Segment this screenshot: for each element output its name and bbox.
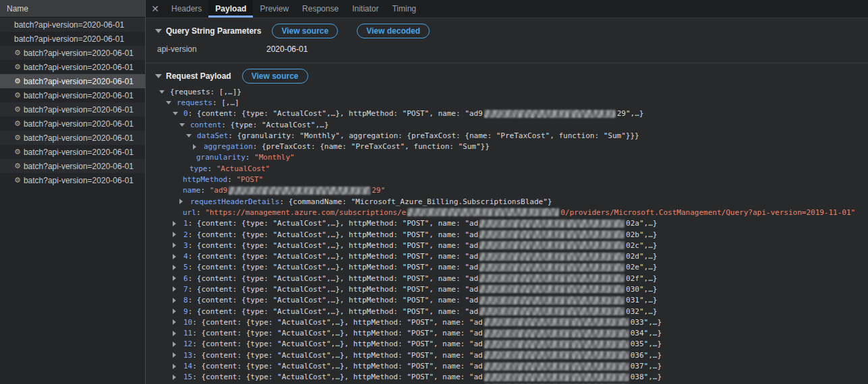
- request-list: batch?api-version=2020-06-01 batch?api-v…: [0, 18, 145, 384]
- collapse-triangle-icon[interactable]: [155, 74, 162, 78]
- json-tree-line[interactable]: 0: {content: {type: "ActualCost",…}, htt…: [173, 108, 868, 119]
- request-name-label: batch?api-version=2020-06-01: [24, 91, 134, 100]
- json-tree-line[interactable]: 3: {content: {type: "ActualCost",…}, htt…: [173, 240, 868, 251]
- network-request-row[interactable]: batch?api-version=2020-06-01: [0, 32, 145, 46]
- network-request-row[interactable]: ⚙ batch?api-version=2020-06-01: [0, 117, 145, 131]
- expand-triangle-icon[interactable]: [173, 319, 183, 325]
- network-request-row[interactable]: ⚙ batch?api-version=2020-06-01: [0, 173, 145, 187]
- view-source-button[interactable]: View source: [272, 24, 338, 38]
- request-name-label: batch?api-version=2020-06-01: [24, 119, 134, 129]
- json-preview-text: : {content: {type: "ActualCost",…}, http…: [192, 329, 482, 338]
- json-preview-text: : {content: {type: "ActualCost",…}, http…: [188, 307, 478, 316]
- json-tree-line[interactable]: content: {type: "ActualCost",…}: [179, 119, 868, 130]
- json-tree-line[interactable]: dataSet: {granularity: "Monthly", aggreg…: [186, 130, 868, 141]
- json-key: 3: [183, 241, 188, 250]
- network-request-row[interactable]: ⚙ batch?api-version=2020-06-01: [0, 102, 145, 117]
- network-request-row[interactable]: ⚙ batch?api-version=2020-06-01: [0, 60, 145, 74]
- json-tree-line[interactable]: 11: {content: {type: "ActualCost",…}, ht…: [173, 328, 868, 339]
- collapse-triangle-icon[interactable]: [155, 29, 162, 33]
- tab-payload[interactable]: Payload: [208, 0, 253, 18]
- tab-preview[interactable]: Preview: [253, 0, 295, 18]
- json-key: 8: [183, 296, 188, 305]
- json-preview-text: : {granularity: "Monthly", aggregation: …: [228, 131, 639, 140]
- expand-triangle-icon[interactable]: [173, 309, 183, 314]
- json-tree-line[interactable]: requests: [,…]: [166, 97, 868, 108]
- json-preview-text: : {content: {type: "ActualCost",…}, http…: [192, 340, 482, 348]
- json-tree-line[interactable]: 10: {content: {type: "ActualCost",…}, ht…: [173, 317, 868, 327]
- json-key: granularity: [196, 153, 245, 162]
- network-request-row[interactable]: ⚙ batch?api-version=2020-06-01: [0, 88, 145, 102]
- network-request-row[interactable]: ⚙ batch?api-version=2020-06-01: [0, 74, 145, 88]
- json-key: 9: [183, 307, 188, 316]
- redacted-text-blur: [484, 340, 629, 348]
- expand-triangle-icon[interactable]: [173, 352, 183, 358]
- json-preview-text: 29",…}: [617, 109, 644, 118]
- json-tree-line[interactable]: 13: {content: {type: "ActualCost",…}, ht…: [173, 350, 868, 360]
- expand-triangle-icon[interactable]: [173, 342, 183, 347]
- payload-view-source-button[interactable]: View source: [242, 69, 308, 84]
- network-request-row[interactable]: ⚙ batch?api-version=2020-06-01: [0, 131, 145, 145]
- json-tree-line[interactable]: 12: {content: {type: "ActualCost",…}, ht…: [173, 339, 868, 350]
- json-tree-line[interactable]: {requests: [,…]}: [159, 86, 868, 97]
- expand-triangle-icon[interactable]: [173, 221, 183, 226]
- expand-triangle-icon[interactable]: [173, 232, 183, 237]
- gear-icon: ⚙: [14, 177, 21, 184]
- expand-triangle-icon[interactable]: [173, 298, 183, 303]
- view-decoded-button[interactable]: View decoded: [357, 24, 430, 38]
- json-tree-line[interactable]: 1: {content: {type: "ActualCost",…}, htt…: [173, 218, 868, 229]
- expand-triangle-icon[interactable]: [173, 276, 183, 281]
- name-column-header[interactable]: Name: [0, 0, 145, 18]
- expand-triangle-icon[interactable]: [173, 331, 183, 336]
- collapse-triangle-icon[interactable]: [186, 134, 197, 137]
- json-preview-text: : {content: {type: "ActualCost",…}, http…: [188, 241, 478, 250]
- json-preview-text: 034",…}: [631, 329, 662, 338]
- tab-response[interactable]: Response: [295, 0, 345, 18]
- collapse-triangle-icon[interactable]: [159, 90, 170, 94]
- json-tree-line[interactable]: 14: {content: {type: "ActualCost",…}, ht…: [173, 360, 868, 371]
- close-icon[interactable]: ✕: [146, 0, 165, 18]
- redacted-text-blur: [484, 373, 629, 381]
- json-tree-line[interactable]: 9: {content: {type: "ActualCost",…}, htt…: [173, 306, 868, 317]
- json-tree-line[interactable]: 15: {content: {type: "ActualCost",…}, ht…: [173, 372, 868, 383]
- request-name-label: batch?api-version=2020-06-01: [24, 162, 134, 171]
- json-tree-line[interactable]: requestHeaderDetails: {commandName: "Mic…: [179, 196, 868, 207]
- redacted-text-blur: [229, 187, 370, 195]
- json-preview-text: : {preTaxCost: {name: "PreTaxCost", func…: [253, 142, 490, 151]
- network-request-row[interactable]: ⚙ batch?api-version=2020-06-01: [0, 145, 145, 159]
- query-string-parameters-section: Query String Parameters View source View…: [146, 18, 868, 63]
- collapse-triangle-icon[interactable]: [173, 112, 183, 115]
- json-tree-line[interactable]: 4: {content: {type: "ActualCost",…}, htt…: [173, 251, 868, 261]
- json-tree-line: url: "https://management.azure.com/subsc…: [179, 207, 868, 218]
- collapse-triangle-icon[interactable]: [179, 123, 190, 127]
- json-key: 6: [183, 274, 188, 283]
- expand-triangle-icon[interactable]: [173, 375, 183, 380]
- tab-timing[interactable]: Timing: [385, 0, 423, 18]
- expand-triangle-icon[interactable]: [173, 364, 183, 369]
- json-tree-line[interactable]: aggregation: {preTaxCost: {name: "PreTax…: [193, 141, 868, 152]
- json-tree-line[interactable]: 2: {content: {type: "ActualCost",…}, htt…: [173, 229, 868, 240]
- redacted-text-blur: [484, 318, 629, 326]
- network-request-row[interactable]: ⚙ batch?api-version=2020-06-01: [0, 46, 145, 60]
- json-tree-line: httpMethod: "POST": [179, 174, 868, 185]
- expand-triangle-icon[interactable]: [193, 144, 204, 150]
- network-request-row[interactable]: ⚙ batch?api-version=2020-06-01: [0, 159, 145, 173]
- tab-headers[interactable]: Headers: [165, 0, 208, 18]
- expand-triangle-icon[interactable]: [173, 243, 183, 248]
- request-name-label: batch?api-version=2020-06-01: [24, 49, 134, 58]
- json-tree-line[interactable]: 5: {content: {type: "ActualCost",…}, htt…: [173, 262, 868, 273]
- network-request-list-panel: Name batch?api-version=2020-06-01 batch?…: [0, 0, 146, 384]
- json-tree-line[interactable]: 8: {content: {type: "ActualCost",…}, htt…: [173, 295, 868, 306]
- json-tree-line[interactable]: 6: {content: {type: "ActualCost",…}, htt…: [173, 273, 868, 284]
- collapse-triangle-icon[interactable]: [166, 101, 177, 104]
- payload-tab-content: Query String Parameters View source View…: [146, 18, 868, 384]
- network-request-row[interactable]: batch?api-version=2020-06-01: [0, 18, 145, 32]
- gear-icon: ⚙: [14, 148, 21, 156]
- expand-triangle-icon[interactable]: [173, 254, 183, 259]
- redacted-text-blur: [484, 351, 629, 359]
- json-tree-line[interactable]: 7: {content: {type: "ActualCost",…}, htt…: [173, 284, 868, 294]
- request-name-label: batch?api-version=2020-06-01: [24, 77, 134, 86]
- expand-triangle-icon[interactable]: [173, 286, 183, 292]
- tab-initiator[interactable]: Initiator: [345, 0, 385, 18]
- expand-triangle-icon[interactable]: [173, 265, 183, 270]
- expand-triangle-icon[interactable]: [179, 199, 190, 204]
